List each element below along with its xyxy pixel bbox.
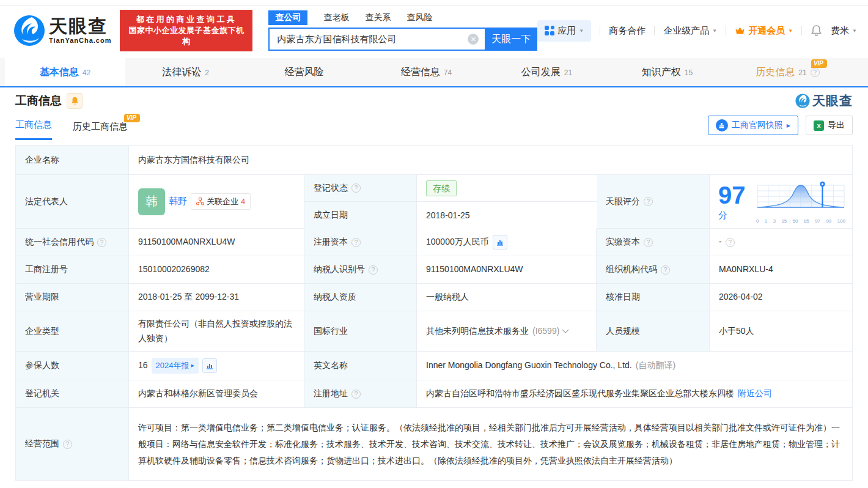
nav-open-vip-label: 开通会员: [748, 25, 785, 37]
field-value-taxpayer-id: 91150100MA0NRXLU4W: [417, 256, 597, 284]
field-value-staff-size: 小于50人: [710, 311, 852, 352]
business-info-section: 工商信息 天眼查 工商信息 VIP 历史工商信息 工商官网快照 ▶ x 导出: [0, 87, 868, 481]
chevron-down-icon: ▼: [788, 28, 793, 34]
field-value-industry: 其他未列明信息技术服务业 (I6599): [417, 311, 597, 352]
header: 天眼查 TianYanCha.com 都在用的商业查询工具 国家中小企业发展子基…: [0, 6, 868, 55]
score-distribution-chart: 0131550859799100: [756, 180, 846, 225]
nav-divider: [654, 26, 655, 35]
chevron-down-icon: ▼: [579, 28, 584, 34]
help-icon[interactable]: ?: [97, 238, 106, 247]
field-value-credit-code: 91150100MA0NRXLU4W: [129, 229, 304, 256]
bar-chart-icon: [496, 238, 504, 246]
field-label-business-term: 营业期限: [16, 284, 129, 311]
chevron-down-icon[interactable]: [562, 326, 569, 333]
field-label-taxpayer-quality: 纳税人资质: [304, 284, 417, 311]
export-label: 导出: [828, 120, 845, 131]
tab-label: 知识产权: [642, 66, 681, 79]
search-tab-relation[interactable]: 查关系: [365, 10, 391, 25]
field-value-business-term: 2018-01-25 至 2099-12-31: [129, 284, 304, 311]
logo-title: 天眼查: [49, 17, 111, 35]
help-icon[interactable]: ?: [63, 440, 72, 449]
tianyancha-logo[interactable]: 天眼查 TianYanCha.com: [13, 15, 111, 46]
nav-cooperation[interactable]: 商务合作: [609, 25, 645, 37]
help-icon[interactable]: ?: [351, 183, 361, 193]
subtab-business-info[interactable]: 工商信息: [15, 119, 52, 140]
logo-swirl-icon: [13, 15, 45, 46]
field-value-company-type: 有限责任公司（非自然人投资或控股的法人独资）: [129, 311, 304, 352]
tab-count: 2: [205, 68, 209, 77]
tab-count: 21: [564, 68, 572, 77]
field-label-legal-rep: 法定代表人: [16, 175, 129, 229]
field-label-approval-date: 核准日期: [597, 284, 710, 311]
subscribe-bell-button[interactable]: [67, 93, 83, 109]
top-nav: 应用 ▼ 商务合作 企业级产品 ▼ 开通会员 ▼ 费米 ▼: [537, 20, 857, 42]
help-icon[interactable]: ?: [811, 68, 820, 77]
official-snapshot-button[interactable]: 工商官网快照 ▶: [708, 116, 798, 135]
nav-apps[interactable]: 应用 ▼: [537, 20, 591, 42]
apps-grid-icon: [545, 26, 554, 35]
nearby-companies-link[interactable]: 附近公司: [738, 386, 772, 401]
tab-label: 法律诉讼: [162, 66, 201, 79]
help-icon[interactable]: ?: [369, 265, 378, 275]
field-value-reg-number: 150100020269082: [129, 256, 304, 284]
help-icon[interactable]: ?: [726, 238, 735, 247]
tianyancha-watermark: 天眼查: [795, 92, 853, 109]
bell-icon: [71, 97, 79, 105]
avatar[interactable]: 韩: [138, 188, 165, 215]
field-label-taxpayer-id: 纳税人识别号 ?: [304, 256, 417, 284]
field-label-credit-code: 统一社会信用代码 ?: [16, 229, 129, 256]
tab-label: 历史信息: [756, 66, 795, 79]
related-companies-badge[interactable]: 关联企业 4: [191, 193, 251, 210]
help-icon[interactable]: ?: [644, 197, 653, 206]
insured-chart-button[interactable]: [202, 358, 217, 373]
vip-badge: VIP: [811, 59, 827, 68]
field-label-reg-status: 登记状态 ?: [304, 175, 417, 202]
tab-label: 经营信息: [401, 66, 440, 79]
field-value-company-name: 内蒙古东方国信科技有限公司: [129, 146, 852, 175]
field-value-score[interactable]: 97分: [710, 175, 852, 229]
search-button[interactable]: 天眼一下: [485, 28, 537, 51]
search-tab-company[interactable]: 查公司: [268, 10, 307, 25]
nav-divider: [726, 26, 726, 35]
help-icon[interactable]: ?: [661, 265, 670, 275]
field-label-paid-capital: 实缴资本 ?: [597, 229, 710, 256]
field-value-reg-status: 存续: [417, 175, 597, 202]
nav-open-vip[interactable]: 开通会员 ▼: [735, 25, 793, 37]
tab-intellectual-property[interactable]: 知识产权 15: [607, 58, 727, 86]
field-value-reg-authority: 内蒙古和林格尔新区管理委员会: [129, 380, 304, 408]
search-tab-risk[interactable]: 查风险: [406, 10, 432, 25]
org-chart-icon: [196, 198, 204, 205]
help-icon[interactable]: ?: [644, 238, 653, 247]
annual-report-badge[interactable]: 2024年报 ▶: [152, 358, 199, 373]
field-value-paid-capital: - ?: [710, 229, 852, 256]
nav-user[interactable]: 费米 ▼: [831, 25, 857, 37]
tab-operation-info[interactable]: 经营信息 74: [366, 58, 487, 86]
field-label-company-name: 企业名称: [16, 146, 129, 175]
help-icon[interactable]: ?: [351, 238, 361, 247]
notification-bell-icon[interactable]: [811, 24, 822, 37]
field-label-reg-address: 注册地址 ?: [304, 380, 417, 408]
chevron-down-icon: ▼: [712, 28, 717, 34]
business-info-table: 企业名称 内蒙古东方国信科技有限公司 法定代表人 韩 韩野 关联企业 4 登记状…: [15, 145, 853, 481]
tab-operation-risk[interactable]: 经营风险: [246, 58, 366, 86]
export-button[interactable]: x 导出: [806, 116, 853, 135]
capital-chart-button[interactable]: [493, 235, 507, 250]
legal-rep-link[interactable]: 韩野: [169, 194, 187, 209]
search-input[interactable]: [268, 28, 485, 51]
field-label-english-name: 英文名称: [304, 352, 417, 380]
tab-basic-info[interactable]: 基本信息 42: [5, 58, 125, 86]
vip-badge: VIP: [124, 114, 140, 122]
section-title: 工商信息: [15, 93, 62, 109]
industry-code: (I6599): [532, 324, 559, 338]
nav-enterprise[interactable]: 企业级产品 ▼: [663, 25, 717, 37]
tab-history-info[interactable]: VIP 历史信息 21 ?: [727, 58, 848, 86]
search-tab-boss[interactable]: 查老板: [323, 10, 349, 25]
tab-company-development[interactable]: 公司发展 21: [487, 58, 607, 86]
tab-legal-proceedings[interactable]: 法律诉讼 2: [125, 58, 246, 86]
nav-divider: [600, 26, 600, 35]
field-label-reg-capital: 注册资本 ?: [304, 229, 417, 256]
related-count: 4: [241, 195, 245, 208]
subtab-history-business-info[interactable]: VIP 历史工商信息: [73, 121, 128, 140]
watermark-text: 天眼查: [812, 92, 853, 109]
help-icon[interactable]: ?: [351, 390, 361, 399]
